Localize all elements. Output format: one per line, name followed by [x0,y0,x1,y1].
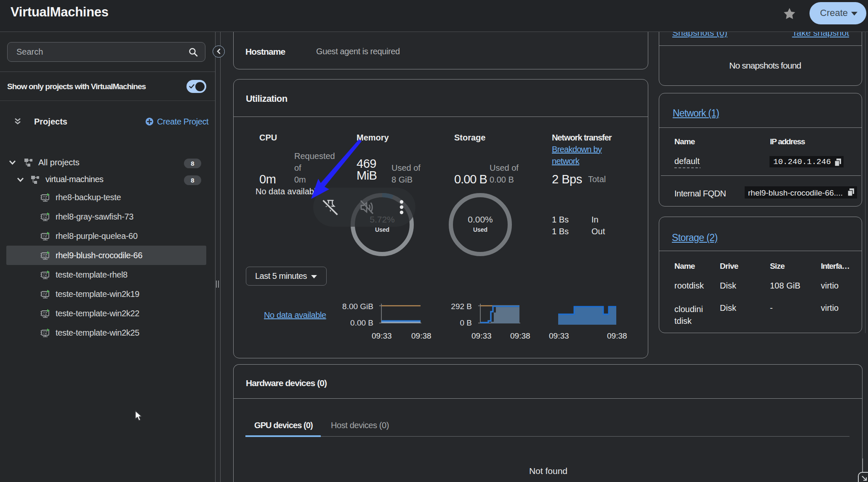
svg-text:Used: Used [375,226,389,233]
svg-text:Used: Used [473,226,487,233]
svg-text:0.00%: 0.00% [468,215,493,224]
